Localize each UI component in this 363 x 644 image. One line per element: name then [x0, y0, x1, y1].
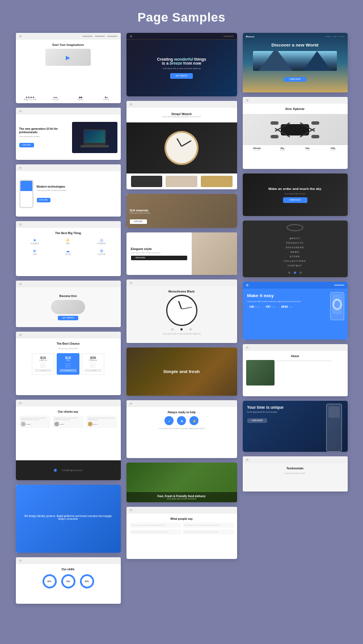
- hero-dark-title: Creating wonderful thingsis a breeze fro…: [157, 57, 206, 65]
- hero-title: Start Your Imaginations: [52, 43, 84, 46]
- ui-kit-section: The new generation UI kit for profession…: [16, 115, 121, 160]
- stat-number: 497: [266, 305, 271, 308]
- choose-button[interactable]: CHOOSE: [35, 369, 52, 372]
- skill-circle: 74%: [61, 574, 75, 588]
- dark-drone-section: Make an order and touch the sky Lorem ip…: [243, 173, 348, 216]
- discover-logo: Blueout: [246, 35, 255, 38]
- mobile-text: Modern technologies Lorem ipsum dolor si…: [37, 185, 67, 203]
- menu-item-contact[interactable]: CONTACT: [288, 264, 302, 267]
- feature-icon: ★: [20, 238, 50, 243]
- elegant-image: [192, 232, 237, 275]
- menu-item-collections[interactable]: COLLECTIONS: [284, 260, 306, 262]
- choose-button[interactable]: CHOOSE: [85, 369, 102, 372]
- drone-area: [243, 114, 348, 145]
- page-title: Page Samples: [0, 0, 363, 33]
- stat-item: ★★★★ READY TO USE: [18, 96, 43, 101]
- feat-label: CAMERA: [321, 150, 345, 151]
- watch-sub: Lorem ipsum adipiscing consectetur. Dolo…: [131, 116, 233, 118]
- donut-chart: [332, 299, 342, 310]
- card-header: [243, 97, 348, 104]
- food-overlay: Simple and fresh: [126, 348, 237, 396]
- hero-section: Start Your Imaginations: [16, 40, 121, 94]
- card-header: [16, 164, 121, 171]
- nav-lines: [82, 36, 117, 37]
- feature-icon: ⊕: [20, 249, 50, 253]
- get-started-button[interactable]: GET STARTED: [58, 316, 79, 320]
- explore-button[interactable]: EXPLORE: [37, 198, 50, 202]
- nav-item[interactable]: TOUR: [333, 36, 337, 37]
- feature-item: ☁ CLOUD: [52, 248, 84, 257]
- get-started-button[interactable]: GET STARTED: [170, 73, 193, 79]
- premium-plan: $39 PREMIUM feature 1feature 2feature 3 …: [82, 353, 104, 375]
- nav-line: [82, 36, 92, 37]
- menu-item-designers[interactable]: DESIGNERS: [286, 246, 305, 249]
- card-blue-section: We design identity systems, digital plat…: [16, 485, 121, 553]
- stat-up-icon: ↑: [279, 306, 280, 308]
- feature-item: ⚡ FAST: [52, 237, 84, 246]
- header-dot: [130, 35, 132, 37]
- left-column: Start Your Imaginations ★★★★ READY TO US…: [16, 33, 121, 604]
- right-column: Blueout HOME TOUR WATCH Discover a new W…: [243, 33, 348, 604]
- card-header: [16, 557, 121, 564]
- choose-button[interactable]: CHOOSE: [60, 369, 77, 372]
- xiro-feat: 1080p CAMERA: [321, 147, 345, 151]
- about-image: [246, 360, 275, 385]
- order-now-button[interactable]: ORDER NOW: [283, 197, 307, 203]
- stat-badge-8848: ↑ 8848 hours: [279, 305, 292, 308]
- strap-light: [166, 176, 197, 187]
- xiro-heading: Xiro Xplorer: [246, 107, 344, 111]
- soft-button[interactable]: EXPLORE: [130, 219, 147, 224]
- author-row: John D.: [21, 422, 49, 426]
- drone-prop-tl: [271, 121, 278, 125]
- menu-item-store[interactable]: STORE: [290, 255, 301, 258]
- card-header: [16, 281, 121, 287]
- drone-body: [281, 124, 309, 135]
- feature-label: FLAT: [20, 253, 50, 256]
- feature-icon: ◎: [87, 238, 116, 243]
- nav-item[interactable]: HOME: [326, 36, 331, 37]
- card-food-delivery: Fast, Fresh & Friendly food delivery Lor…: [126, 463, 237, 502]
- plan-features: feature 1feature 2feature 3: [60, 363, 77, 368]
- card-header: [16, 33, 121, 40]
- middle-column: Creating wonderful thingsis a breeze fro…: [126, 33, 237, 604]
- next-big-section: The Next Big Thing ★ SCALABLE ⚡ FAST ◎ P: [16, 228, 121, 276]
- menu-item-products[interactable]: PRODUCTS: [286, 242, 303, 244]
- elegant-button[interactable]: VIEW MORE: [131, 256, 187, 260]
- make-easy-title: Make it easy: [247, 293, 343, 298]
- mono-sub: Lorem ipsum dolor sit amet consectetur a…: [163, 333, 201, 335]
- card-what-people-say: What people say Lorem ipsum dolor sit am…: [126, 507, 237, 559]
- card-header: [126, 279, 237, 286]
- food-delivery-overlay: Fast, Fresh & Friendly food delivery Lor…: [126, 492, 237, 502]
- drone-prop-tr: [311, 121, 319, 125]
- card-monochrome: Monochrome Black Lorem ipsum dolor sit a…: [126, 279, 237, 343]
- header-dot: [246, 459, 248, 461]
- about-section: About Far far away behind the word mount…: [243, 351, 348, 396]
- footer-text: © 2016 All Rights Reserved: [61, 469, 82, 472]
- phone-unique: [326, 404, 342, 452]
- menu-item-news[interactable]: NEWS: [290, 251, 299, 253]
- watch-image: [126, 122, 237, 173]
- mountain-scene: [253, 51, 337, 71]
- dark-drone-sub: Lorem ipsum dolor sit amet: [285, 193, 305, 195]
- xiro-section: Xiro Xplorer: [243, 104, 348, 169]
- unique-button[interactable]: LEARN MORE: [247, 418, 268, 423]
- feature-icon: ☁: [53, 249, 83, 253]
- nav-item[interactable]: WATCH: [339, 36, 344, 37]
- people-item: Sed do eiusmod tempor incididunt ut labo…: [183, 523, 234, 528]
- elegant-heading: Elegant style: [131, 247, 187, 251]
- learn-more-button[interactable]: LEARN MORE: [284, 77, 306, 82]
- watch-hand-minute: [182, 140, 192, 146]
- keyboard-image: [45, 49, 91, 66]
- mountain-left: [259, 51, 293, 71]
- pricing-row: $10 STARTER feature 1feature 2feature 3 …: [19, 353, 117, 375]
- card-elegant-style: Elegant style Lorem ipsum dolor sit amet…: [126, 232, 237, 275]
- mountain-right: [303, 51, 331, 71]
- quote-text: Lorem ipsum dolor sit amet consectetur a…: [132, 524, 179, 526]
- feat-label: BATTERY: [245, 150, 269, 151]
- explore-button[interactable]: EXPLORE: [19, 143, 34, 147]
- hero-dark-sub: Lorem ipsum dolor sit amet consectetur a…: [163, 67, 201, 70]
- author-name: John D.: [27, 423, 32, 425]
- menu-item-about[interactable]: ABOUT: [290, 237, 301, 240]
- mobile-section: Modern technologies Lorem ipsum dolor si…: [16, 171, 121, 217]
- xiro-feat: 5000mAh BATTERY: [245, 147, 269, 151]
